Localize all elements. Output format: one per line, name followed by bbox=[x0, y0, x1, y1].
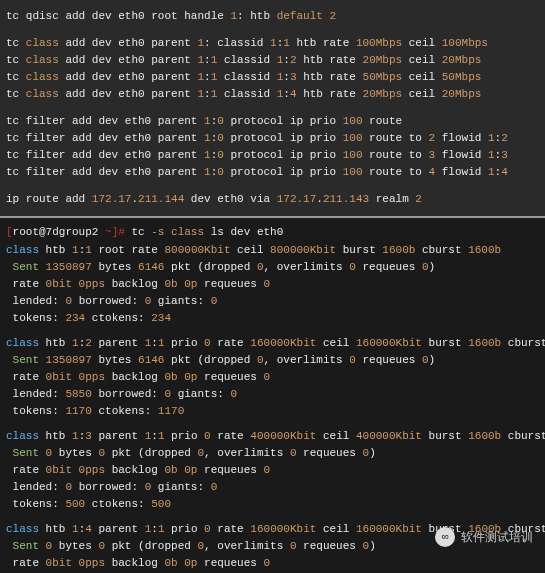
cmd-line: tc filter add dev eth0 parent 1:0 protoc… bbox=[6, 164, 539, 181]
commands-panel: tc qdisc add dev eth0 root handle 1: htb… bbox=[0, 0, 545, 218]
cmd-line: tc filter add dev eth0 parent 1:0 protoc… bbox=[6, 113, 539, 130]
watermark-text: 软件测试培训 bbox=[461, 529, 533, 546]
watermark: ∞ 软件测试培训 bbox=[435, 527, 533, 547]
output-line: rate 0bit 0pps backlog 0b 0p requeues 0 bbox=[6, 555, 539, 572]
output-line: rate 0bit 0pps backlog 0b 0p requeues 0 bbox=[6, 462, 539, 479]
output-line: Sent 0 bytes 0 pkt (dropped 0, overlimit… bbox=[6, 445, 539, 462]
output-line: class htb 1:3 parent 1:1 prio 0 rate 400… bbox=[6, 428, 539, 445]
output-line: class htb 1:2 parent 1:1 prio 0 rate 160… bbox=[6, 335, 539, 352]
output-line: tokens: 234 ctokens: 234 bbox=[6, 310, 539, 327]
cmd-line: ip route add 172.17.211.144 dev eth0 via… bbox=[6, 191, 539, 208]
cmd-line: tc filter add dev eth0 parent 1:0 protoc… bbox=[6, 147, 539, 164]
cmd-line: tc class add dev eth0 parent 1:1 classid… bbox=[6, 52, 539, 69]
cmd-line: tc class add dev eth0 parent 1:1 classid… bbox=[6, 86, 539, 103]
output-line: Sent 1350897 bytes 6146 pkt (dropped 0, … bbox=[6, 259, 539, 276]
output-line: lended: 0 borrowed: 0 giants: 0 bbox=[6, 293, 539, 310]
shell-prompt: [root@7dgroup2 ~]# tc -s class ls dev et… bbox=[6, 224, 539, 241]
output-line: lended: 5850 borrowed: 0 giants: 0 bbox=[6, 386, 539, 403]
cmd-line: tc class add dev eth0 parent 1:1 classid… bbox=[6, 69, 539, 86]
output-line: tokens: 500 ctokens: 500 bbox=[6, 496, 539, 513]
wechat-icon: ∞ bbox=[435, 527, 455, 547]
output-panel: [root@7dgroup2 ~]# tc -s class ls dev et… bbox=[0, 218, 545, 573]
output-line: rate 0bit 0pps backlog 0b 0p requeues 0 bbox=[6, 369, 539, 386]
output-line: tokens: 1170 ctokens: 1170 bbox=[6, 403, 539, 420]
output-line: rate 0bit 0pps backlog 0b 0p requeues 0 bbox=[6, 276, 539, 293]
cmd-line: tc filter add dev eth0 parent 1:0 protoc… bbox=[6, 130, 539, 147]
cmd-line: tc class add dev eth0 parent 1: classid … bbox=[6, 35, 539, 52]
output-line: class htb 1:1 root rate 800000Kbit ceil … bbox=[6, 242, 539, 259]
output-line: lended: 0 borrowed: 0 giants: 0 bbox=[6, 479, 539, 496]
cmd-line: tc qdisc add dev eth0 root handle 1: htb… bbox=[6, 8, 539, 25]
output-line: Sent 1350897 bytes 6146 pkt (dropped 0, … bbox=[6, 352, 539, 369]
